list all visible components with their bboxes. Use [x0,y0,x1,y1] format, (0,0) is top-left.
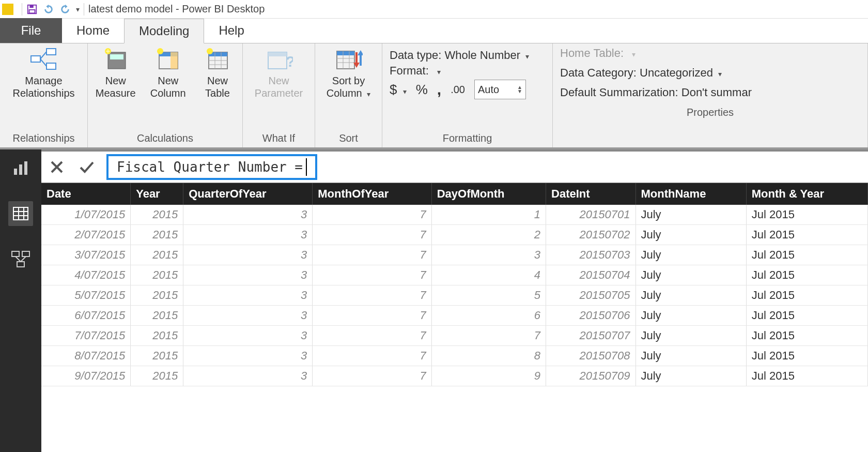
cell[interactable]: 2015 [131,285,183,306]
column-header[interactable]: DayOfMonth [431,183,546,205]
cell[interactable]: 3 [183,265,313,285]
cell[interactable]: 3 [183,245,313,265]
sort-by-column-button[interactable]: Sort by Column ▾ [320,47,377,99]
cell[interactable]: 9 [431,366,546,386]
cell[interactable]: 7/07/2015 [41,326,131,346]
cell[interactable]: 8 [431,346,546,366]
cell[interactable]: 2015 [131,265,183,285]
cell[interactable]: 3 [183,366,313,386]
cell[interactable]: 3/07/2015 [41,245,131,265]
column-header[interactable]: QuarterOfYear [183,183,313,205]
cell[interactable]: 6 [431,306,546,326]
cell[interactable]: Jul 2015 [746,326,867,346]
default-summarization-dropdown[interactable]: Default Summarization: Don't summar [560,86,860,99]
manage-relationships-button[interactable]: Manage Relationships [5,47,82,99]
cell[interactable]: Jul 2015 [746,225,867,245]
save-icon[interactable] [26,4,38,15]
decimal-places-input[interactable]: Auto ▲▼ [474,80,526,99]
cell[interactable]: 5/07/2015 [41,285,131,306]
percent-format-button[interactable]: % [416,82,428,98]
cell[interactable]: 2015 [131,326,183,346]
cancel-formula-button[interactable] [47,157,67,177]
data-grid[interactable]: DateYearQuarterOfYearMonthOfYearDayOfMon… [41,183,868,452]
table-row[interactable]: 7/07/2015201537720150707JulyJul 2015 [41,326,868,346]
cell[interactable]: 7 [313,205,431,225]
customize-qat-icon[interactable]: ▾ [76,5,80,13]
cell[interactable]: 3 [183,285,313,306]
redo-icon[interactable] [59,4,71,15]
cell[interactable]: 2/07/2015 [41,225,131,245]
cell[interactable]: 3 [183,346,313,366]
cell[interactable]: July [636,205,746,225]
cell[interactable]: 7 [313,265,431,285]
cell[interactable]: Jul 2015 [746,306,867,326]
cell[interactable]: 5 [431,285,546,306]
column-header[interactable]: MonthName [636,183,746,205]
column-header[interactable]: DateInt [546,183,636,205]
cell[interactable]: 7 [313,306,431,326]
table-row[interactable]: 6/07/2015201537620150706JulyJul 2015 [41,306,868,326]
undo-icon[interactable] [43,4,54,15]
cell[interactable]: Jul 2015 [746,245,867,265]
currency-format-button[interactable]: $ ▾ [390,82,407,98]
tab-modeling[interactable]: Modeling [124,19,204,43]
cell[interactable]: 7 [313,346,431,366]
cell[interactable]: July [636,326,746,346]
cell[interactable]: 20150701 [546,205,636,225]
cell[interactable]: Jul 2015 [746,366,867,386]
cell[interactable]: 2015 [131,366,183,386]
cell[interactable]: July [636,285,746,306]
cell[interactable]: July [636,306,746,326]
cell[interactable]: 2015 [131,346,183,366]
table-row[interactable]: 4/07/2015201537420150704JulyJul 2015 [41,265,868,285]
cell[interactable]: 20150706 [546,306,636,326]
cell[interactable]: 6/07/2015 [41,306,131,326]
table-row[interactable]: 1/07/2015201537120150701JulyJul 2015 [41,205,868,225]
model-view-button[interactable] [8,247,33,272]
cell[interactable]: July [636,366,746,386]
cell[interactable]: 2015 [131,245,183,265]
cell[interactable]: 20150704 [546,265,636,285]
new-table-button[interactable]: New Table [198,47,237,99]
cell[interactable]: 20150703 [546,245,636,265]
table-row[interactable]: 8/07/2015201537820150708JulyJul 2015 [41,346,868,366]
table-row[interactable]: 2/07/2015201537220150702JulyJul 2015 [41,225,868,245]
cell[interactable]: 1 [431,205,546,225]
cell[interactable]: 3 [183,205,313,225]
cell[interactable]: 9/07/2015 [41,366,131,386]
table-row[interactable]: 3/07/2015201537320150703JulyJul 2015 [41,245,868,265]
cell[interactable]: 7 [313,326,431,346]
cell[interactable]: 4 [431,265,546,285]
column-header[interactable]: Date [41,183,131,205]
new-measure-button[interactable]: New Measure [93,47,138,99]
data-view-button[interactable] [8,201,33,226]
cell[interactable]: 3 [431,245,546,265]
cell[interactable]: 20150707 [546,326,636,346]
cell[interactable]: July [636,245,746,265]
cell[interactable]: July [636,225,746,245]
data-category-dropdown[interactable]: Data Category: Uncategorized ▾ [560,66,860,80]
cell[interactable]: 7 [313,285,431,306]
thousands-separator-button[interactable]: , [437,81,441,98]
cell[interactable]: 4/07/2015 [41,265,131,285]
cell[interactable]: 7 [313,366,431,386]
cell[interactable]: Jul 2015 [746,285,867,306]
column-header[interactable]: MonthOfYear [313,183,431,205]
cell[interactable]: 3 [183,225,313,245]
cell[interactable]: July [636,346,746,366]
cell[interactable]: 20150702 [546,225,636,245]
cell[interactable]: 20150705 [546,285,636,306]
cell[interactable]: Jul 2015 [746,205,867,225]
data-type-dropdown[interactable]: Data type: Whole Number ▾ [390,49,529,62]
cell[interactable]: 2015 [131,205,183,225]
cell[interactable]: 2015 [131,306,183,326]
cell[interactable]: 7 [431,326,546,346]
cell[interactable]: 8/07/2015 [41,346,131,366]
column-header[interactable]: Year [131,183,183,205]
new-column-button[interactable]: New Column [145,47,190,99]
formula-input[interactable]: Fiscal Quarter Number = [106,154,317,180]
cell[interactable]: July [636,265,746,285]
tab-help[interactable]: Help [204,18,258,43]
cell[interactable]: 7 [313,225,431,245]
format-dropdown[interactable]: Format: ▾ [390,64,441,78]
